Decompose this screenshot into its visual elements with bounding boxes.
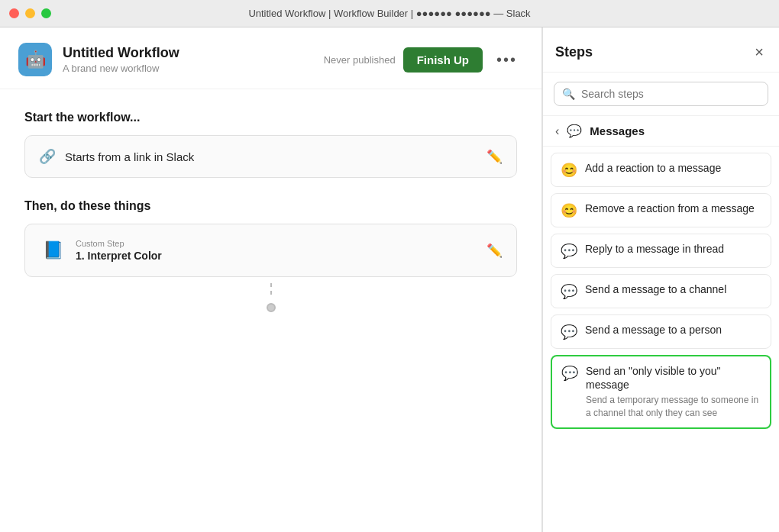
- category-icon: 💬: [567, 124, 582, 138]
- step-label: Custom Step: [76, 239, 162, 248]
- steps-header: Steps ×: [543, 27, 779, 73]
- step-item-desc: Send a temporary message to someone in a…: [586, 394, 761, 420]
- step-item-icon: 😊: [561, 202, 577, 219]
- window-controls[interactable]: [9, 8, 51, 18]
- do-section-title: Then, do these things: [24, 199, 517, 213]
- list-item[interactable]: 💬Reply to a message in thread: [551, 234, 771, 268]
- workflow-info: Untitled Workflow A brand new workflow: [63, 45, 324, 75]
- step-item-title: Send a message to a channel: [585, 282, 726, 296]
- step-item-content: Send a message to a channel: [585, 282, 726, 296]
- search-container: 🔍: [543, 73, 779, 116]
- list-item[interactable]: 💬Send an "only visible to you" messageSe…: [551, 355, 771, 429]
- close-window-button[interactable]: [9, 8, 19, 18]
- step-item-content: Send an "only visible to you" messageSen…: [586, 364, 761, 420]
- step-item-title: Send an "only visible to you" message: [586, 364, 761, 392]
- step-item-title: Add a reaction to a message: [585, 161, 721, 175]
- step-name: 1. Interpret Color: [76, 250, 162, 262]
- steps-title: Steps: [555, 44, 593, 60]
- edit-step-icon[interactable]: ✏️: [486, 243, 503, 259]
- more-options-button[interactable]: •••: [490, 48, 523, 72]
- workflow-emoji: 🤖: [25, 50, 46, 69]
- left-panel: 🤖 Untitled Workflow A brand new workflow…: [0, 27, 542, 532]
- step-card[interactable]: 📘 Custom Step 1. Interpret Color ✏️: [24, 224, 517, 277]
- step-item-title: Reply to a message in thread: [585, 242, 724, 256]
- minimize-window-button[interactable]: [25, 8, 35, 18]
- step-left: 📘 Custom Step 1. Interpret Color: [39, 237, 162, 264]
- workflow-header: 🤖 Untitled Workflow A brand new workflow…: [0, 27, 541, 89]
- maximize-window-button[interactable]: [41, 8, 51, 18]
- chain-icon: 🔗: [39, 148, 56, 165]
- back-button[interactable]: ‹: [555, 124, 559, 138]
- step-item-title: Remove a reaction from a message: [585, 202, 755, 215]
- close-steps-button[interactable]: ×: [752, 41, 767, 63]
- steps-panel: Steps × 🔍 ‹ 💬 Messages 😊Add a reaction t…: [542, 27, 779, 532]
- workflow-subtitle: A brand new workflow: [63, 63, 324, 74]
- window-title: Untitled Workflow | Workflow Builder | ●…: [248, 8, 530, 19]
- trigger-card[interactable]: 🔗 Starts from a link in Slack ✏️: [24, 135, 517, 178]
- connector-dot[interactable]: [267, 303, 276, 312]
- step-icon: 📘: [39, 237, 66, 264]
- step-item-content: Remove a reaction from a message: [585, 202, 755, 215]
- workflow-icon: 🤖: [18, 43, 52, 76]
- edit-trigger-icon[interactable]: ✏️: [486, 149, 503, 165]
- category-name: Messages: [590, 124, 645, 137]
- list-item[interactable]: 😊Add a reaction to a message: [551, 153, 771, 187]
- workflow-title: Untitled Workflow: [63, 45, 324, 62]
- start-section-title: Start the workflow...: [24, 111, 517, 124]
- list-item[interactable]: 💬Send a message to a person: [551, 314, 771, 349]
- list-item[interactable]: 💬Send a message to a channel: [551, 274, 771, 308]
- step-item-icon: 💬: [561, 243, 577, 260]
- list-item[interactable]: 😊Remove a reaction from a message: [551, 193, 771, 227]
- connector: [24, 283, 517, 312]
- step-item-title: Send a message to a person: [585, 323, 722, 337]
- step-item-icon: 💬: [561, 324, 577, 340]
- finish-up-button[interactable]: Finish Up: [403, 47, 483, 73]
- trigger-text: Starts from a link in Slack: [65, 150, 194, 163]
- steps-list: 😊Add a reaction to a message😊Remove a re…: [543, 147, 779, 532]
- workflow-content: Start the workflow... 🔗 Starts from a li…: [0, 89, 541, 532]
- connector-line: [270, 283, 272, 298]
- trigger-info: 🔗 Starts from a link in Slack: [39, 148, 194, 165]
- app-body: 🤖 Untitled Workflow A brand new workflow…: [0, 27, 779, 532]
- step-item-content: Reply to a message in thread: [585, 242, 724, 256]
- publish-status: Never published: [324, 54, 396, 66]
- header-actions: Never published Finish Up •••: [324, 47, 523, 73]
- step-item-content: Add a reaction to a message: [585, 161, 721, 175]
- step-info: Custom Step 1. Interpret Color: [76, 239, 162, 262]
- search-box: 🔍: [554, 82, 768, 106]
- step-item-content: Send a message to a person: [585, 323, 722, 337]
- titlebar: Untitled Workflow | Workflow Builder | ●…: [0, 0, 779, 27]
- step-item-icon: 💬: [561, 365, 578, 382]
- category-row: ‹ 💬 Messages: [543, 116, 779, 147]
- step-item-icon: 💬: [561, 283, 577, 300]
- search-input[interactable]: [581, 88, 760, 100]
- step-item-icon: 😊: [561, 162, 577, 179]
- search-icon: 🔍: [562, 88, 575, 100]
